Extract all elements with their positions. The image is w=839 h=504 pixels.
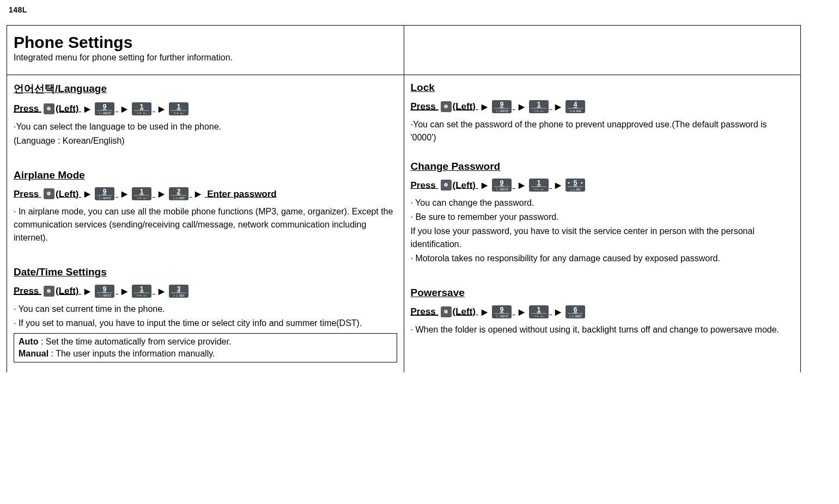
left-label: (Left) bbox=[56, 286, 78, 296]
press-label: Press bbox=[14, 103, 41, 114]
left-softkey-icon bbox=[44, 188, 54, 199]
arrow-icon: ▶ bbox=[159, 102, 165, 116]
section-heading-datetime: Date/Time Settings bbox=[14, 266, 397, 278]
enter-password-label: Enter password bbox=[207, 188, 277, 199]
box-line-manual: Manual : The user inputs the information… bbox=[19, 348, 392, 360]
svg-text:5: 5 bbox=[574, 179, 577, 187]
press-sequence-airplane: Press (Left) ▶ 9 ㅣ– WXYZ ▶ 1 ㄱㅋ ㅇ– ▶ 2 ㄴ… bbox=[14, 187, 397, 201]
svg-text:ㅣ– WXYZ: ㅣ– WXYZ bbox=[495, 188, 508, 191]
svg-text:ㄱㅋ ㅇ–: ㄱㅋ ㅇ– bbox=[533, 315, 544, 318]
keypad-1-icon: 1 ㄱㅋ ㅇ– bbox=[529, 305, 549, 318]
svg-text:ㄱㅋ ㅇ–: ㄱㅋ ㅇ– bbox=[136, 294, 147, 297]
body-text: (Language : Korean/English) bbox=[14, 134, 397, 147]
info-box-datetime: Auto : Set the time automatically from s… bbox=[14, 333, 397, 362]
section-heading-lock: Lock bbox=[411, 82, 794, 94]
svg-text:ㄷㅌ GHI: ㄷㅌ GHI bbox=[570, 109, 581, 113]
arrow-icon: ▶ bbox=[519, 178, 525, 192]
body-text: · In airplane mode, you can use all the … bbox=[14, 205, 397, 244]
box-manual-label: Manual bbox=[19, 349, 48, 358]
arrow-icon: ▶ bbox=[84, 284, 90, 298]
arrow-icon: ▶ bbox=[482, 100, 488, 114]
arrow-icon: ▶ bbox=[121, 284, 127, 298]
body-text: · You can set current time in the phone. bbox=[14, 303, 397, 316]
svg-text:1: 1 bbox=[537, 101, 540, 108]
svg-point-58 bbox=[568, 182, 570, 184]
press-sequence-language: Press (Left) ▶ 9 ㅣ– WXYZ ▶ 1 ㄱㅋ ㅇ– ▶ 1 ㄱ… bbox=[14, 101, 397, 116]
svg-text:1: 1 bbox=[140, 188, 144, 195]
arrow-icon: ▶ bbox=[84, 187, 90, 201]
svg-text:ㅣ– WXYZ: ㅣ– WXYZ bbox=[98, 196, 111, 200]
svg-text:ㅣ– WXYZ: ㅣ– WXYZ bbox=[98, 294, 111, 297]
svg-text:ㅏㅓ DEF: ㅏㅓ DEF bbox=[173, 294, 184, 297]
box-line-auto: Auto : Set the time automatically from s… bbox=[19, 336, 392, 348]
svg-text:ㅣ– WXYZ: ㅣ– WXYZ bbox=[495, 315, 508, 318]
section-heading-language: 언어선택/Language bbox=[14, 82, 397, 96]
section-heading-changepw: Change Password bbox=[411, 161, 794, 173]
svg-text:9: 9 bbox=[103, 188, 107, 195]
body-text: ·You can select the language to be used … bbox=[14, 120, 397, 133]
left-label: (Left) bbox=[56, 103, 78, 114]
keypad-1-icon: 1 ㄱㅋ ㅇ– bbox=[169, 102, 189, 115]
section-heading-airplane: Airplane Mode bbox=[14, 169, 397, 181]
arrow-icon: ▶ bbox=[121, 187, 127, 201]
arrow-icon: ▶ bbox=[555, 100, 561, 114]
svg-text:ㅣ– WXYZ: ㅣ– WXYZ bbox=[495, 109, 508, 113]
keypad-1-icon: 1 ㄱㅋ ㅇ– bbox=[529, 179, 549, 192]
press-label: Press bbox=[14, 188, 41, 199]
body-text: · Motorola takes no responsibility for a… bbox=[411, 252, 794, 265]
box-auto-label: Auto bbox=[19, 337, 38, 346]
svg-text:ㅗㅜ JKL: ㅗㅜ JKL bbox=[570, 188, 581, 191]
keypad-9-icon: 9 ㅣ– WXYZ bbox=[492, 179, 512, 192]
keypad-6-icon: 6 ㅅㅎ MNO bbox=[566, 305, 585, 318]
page-number: 148L bbox=[9, 5, 801, 14]
svg-text:ㄴㄷ ABC: ㄴㄷ ABC bbox=[173, 196, 185, 200]
page-subtitle: Integrated menu for phone setting for fu… bbox=[14, 53, 397, 63]
press-label: Press bbox=[411, 101, 439, 112]
arrow-icon: ▶ bbox=[482, 178, 488, 192]
svg-text:4: 4 bbox=[574, 101, 577, 108]
svg-text:9: 9 bbox=[103, 103, 107, 110]
arrow-icon: ▶ bbox=[84, 102, 90, 116]
svg-text:1: 1 bbox=[537, 179, 540, 187]
svg-text:ㄱㅋ ㅇ–: ㄱㅋ ㅇ– bbox=[533, 109, 544, 113]
svg-text:ㄱㅋ ㅇ–: ㄱㅋ ㅇ– bbox=[533, 188, 544, 191]
page-title: Phone Settings bbox=[14, 33, 397, 52]
keypad-1-icon: 1 ㄱㅋ ㅇ– bbox=[132, 187, 151, 200]
svg-text:3: 3 bbox=[177, 285, 180, 293]
keypad-5-icon: 5 ㅗㅜ JKL bbox=[566, 179, 585, 192]
svg-text:ㅣ– WXYZ: ㅣ– WXYZ bbox=[98, 112, 111, 115]
arrow-icon: ▶ bbox=[555, 305, 561, 319]
keypad-1-icon: 1 ㄱㅋ ㅇ– bbox=[132, 285, 151, 298]
keypad-3-icon: 3 ㅏㅓ DEF bbox=[169, 285, 189, 298]
svg-text:9: 9 bbox=[500, 179, 503, 187]
left-label: (Left) bbox=[56, 188, 78, 199]
arrow-icon: ▶ bbox=[519, 305, 525, 319]
keypad-9-icon: 9 ㅣ– WXYZ bbox=[95, 102, 114, 115]
body-text: · Be sure to remember your password. bbox=[411, 211, 794, 224]
keypad-9-icon: 9 ㅣ– WXYZ bbox=[492, 305, 512, 318]
box-auto-text: : Set the time automatically from servic… bbox=[38, 337, 231, 346]
body-text: · You can change the password. bbox=[411, 196, 794, 210]
keypad-9-icon: 9 ㅣ– WXYZ bbox=[95, 187, 114, 200]
svg-text:ㅅㅎ MNO: ㅅㅎ MNO bbox=[569, 315, 582, 318]
left-label: (Left) bbox=[453, 306, 476, 317]
press-label: Press bbox=[14, 286, 41, 296]
press-sequence-lock: Press (Left) ▶ 9 ㅣ– WXYZ ▶ 1 ㄱㅋ ㅇ– ▶ 4 ㄷ… bbox=[411, 99, 794, 114]
left-column: 언어선택/Language Press (Left) ▶ 9 ㅣ– WXYZ ▶… bbox=[7, 75, 404, 372]
svg-point-59 bbox=[581, 182, 583, 184]
section-heading-powersave: Powersave bbox=[411, 287, 794, 299]
press-label: Press bbox=[411, 180, 439, 190]
body-text: ·You can set the password of the phone t… bbox=[411, 118, 794, 144]
arrow-icon: ▶ bbox=[159, 284, 165, 298]
body-text: If you lose your password, you have to v… bbox=[411, 225, 794, 251]
svg-text:ㄱㅋ ㅇ–: ㄱㅋ ㅇ– bbox=[173, 112, 184, 115]
arrow-icon: ▶ bbox=[195, 187, 201, 201]
arrow-icon: ▶ bbox=[121, 102, 127, 116]
left-softkey-icon bbox=[44, 103, 54, 114]
svg-text:ㄱㅋ ㅇ–: ㄱㅋ ㅇ– bbox=[136, 196, 147, 200]
keypad-1-icon: 1 ㄱㅋ ㅇ– bbox=[529, 100, 549, 113]
svg-text:2: 2 bbox=[177, 188, 180, 195]
keypad-4-icon: 4 ㄷㅌ GHI bbox=[566, 100, 585, 113]
arrow-icon: ▶ bbox=[519, 100, 525, 114]
header-cell-left: Phone Settings Integrated menu for phone… bbox=[7, 26, 404, 75]
